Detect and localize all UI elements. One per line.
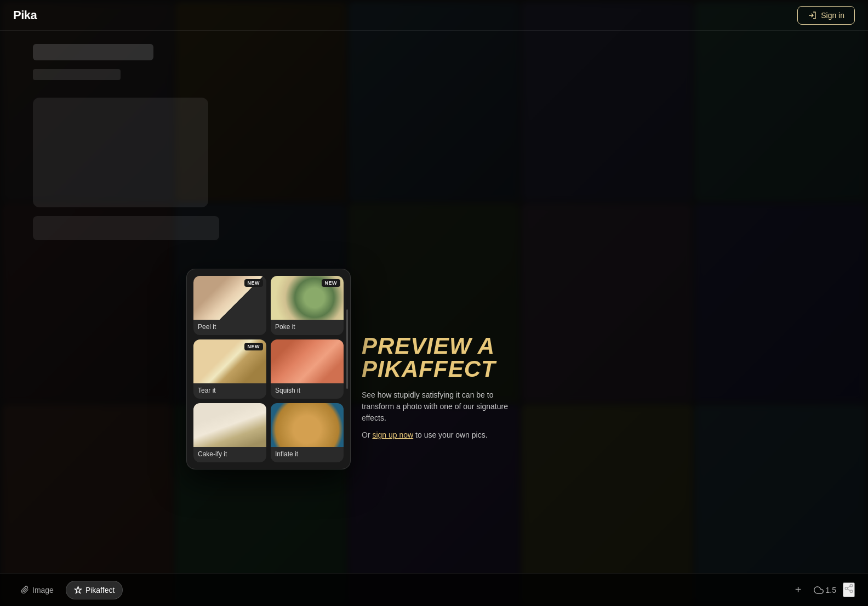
effect-card-inflate-it[interactable]: Inflate it	[271, 403, 344, 462]
image-label: Image	[32, 586, 54, 594]
effect-thumbnail-inflate-it	[271, 403, 344, 447]
sign-in-icon	[808, 11, 816, 20]
effect-card-squish-it[interactable]: Squish it	[271, 339, 344, 399]
svg-line-4	[847, 586, 850, 588]
new-badge-tear-it: NEW	[244, 343, 264, 350]
effect-thumbnail-tear-it: NEW	[193, 339, 266, 383]
effect-thumbnail-poke-it: NEW	[271, 276, 344, 320]
left-panel-input-placeholder	[33, 216, 219, 240]
paperclip-icon	[21, 586, 29, 594]
effect-card-cakeify-it[interactable]: Cake-ify it	[193, 403, 266, 462]
preview-title: PREVIEW A PIKAFFECT	[362, 335, 548, 381]
preview-description: See how stupidly satisfying it can be to…	[362, 389, 515, 424]
svg-point-2	[850, 590, 853, 593]
left-panel-sub-placeholder	[33, 69, 121, 80]
sign-in-button[interactable]: Sign in	[797, 6, 855, 25]
toolbar-left: Image Pikaffect	[13, 581, 123, 599]
left-panel-title-placeholder	[33, 44, 153, 60]
sparkle-icon	[74, 586, 82, 594]
effect-label-inflate-it: Inflate it	[271, 447, 344, 462]
app-logo: Pika	[13, 8, 37, 22]
cloud-icon	[814, 585, 824, 595]
preview-signup-text: Or sign up now to use your own pics.	[362, 431, 548, 439]
pikaffect-popup: NEW Peel it NEW Poke it NEW Tear it Squi…	[186, 269, 351, 469]
image-button[interactable]: Image	[13, 581, 61, 599]
new-badge-poke-it: NEW	[322, 279, 341, 287]
credit-display: 1.5	[814, 585, 836, 595]
credit-value: 1.5	[826, 586, 836, 594]
toolbar-right: + 1.5	[790, 581, 855, 599]
effect-thumbnail-squish-it	[271, 339, 344, 383]
effect-label-squish-it: Squish it	[271, 383, 344, 399]
share-icon	[844, 584, 854, 593]
effect-card-tear-it[interactable]: NEW Tear it	[193, 339, 266, 399]
pikaffect-label: Pikaffect	[85, 586, 115, 594]
share-button[interactable]	[843, 582, 855, 597]
preview-panel: PREVIEW A PIKAFFECT See how stupidly sat…	[362, 335, 548, 439]
add-button[interactable]: +	[790, 581, 807, 599]
header: Pika Sign in	[0, 0, 868, 31]
effect-label-tear-it: Tear it	[193, 383, 266, 399]
effect-label-cakeify-it: Cake-ify it	[193, 447, 266, 462]
effect-card-peel-it[interactable]: NEW Peel it	[193, 276, 266, 335]
effects-grid: NEW Peel it NEW Poke it NEW Tear it Squi…	[193, 276, 344, 462]
svg-line-3	[847, 589, 850, 591]
effect-label-peel-it: Peel it	[193, 320, 266, 335]
effect-thumbnail-peel-it: NEW	[193, 276, 266, 320]
svg-point-0	[850, 585, 853, 587]
svg-point-1	[845, 587, 848, 590]
popup-scrollbar[interactable]	[346, 309, 348, 389]
effect-thumbnail-cakeify-it	[193, 403, 266, 447]
effect-card-poke-it[interactable]: NEW Poke it	[271, 276, 344, 335]
left-panel	[33, 44, 241, 240]
pikaffect-button[interactable]: Pikaffect	[66, 581, 123, 599]
new-badge-peel-it: NEW	[244, 279, 264, 287]
effect-label-poke-it: Poke it	[271, 320, 344, 335]
left-panel-image-placeholder	[33, 98, 208, 207]
signup-link[interactable]: sign up now	[372, 431, 413, 439]
bottom-toolbar: Image Pikaffect + 1.5	[0, 573, 868, 606]
